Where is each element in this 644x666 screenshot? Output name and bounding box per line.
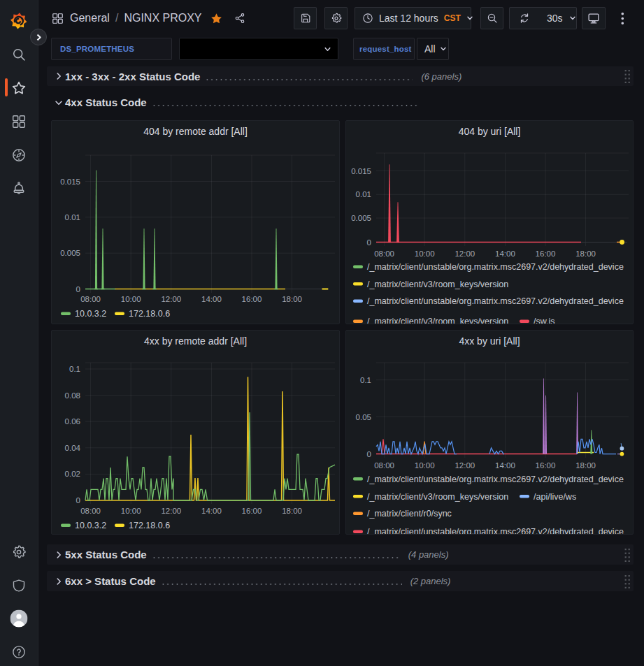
svg-text:/_matrix/client/v3/room_keys/v: /_matrix/client/v3/room_keys/version — [367, 317, 508, 324]
svg-text:12:00: 12:00 — [161, 295, 181, 303]
svg-text:10.0.3.2: 10.0.3.2 — [75, 521, 106, 530]
svg-text:14:00: 14:00 — [201, 507, 222, 515]
svg-text:10:00: 10:00 — [415, 461, 435, 470]
svg-text:08:00: 08:00 — [80, 295, 101, 303]
svg-text:/_matrix/client/unstable/org.m: /_matrix/client/unstable/org.matrix.msc2… — [367, 262, 624, 272]
svg-text:/_matrix/client/unstable/org.m: /_matrix/client/unstable/org.matrix.msc2… — [367, 296, 624, 306]
svg-text:0.05: 0.05 — [356, 413, 371, 421]
svg-text:12:00: 12:00 — [455, 249, 475, 258]
svg-text:14:00: 14:00 — [495, 461, 515, 470]
svg-text:14:00: 14:00 — [495, 249, 515, 258]
svg-text:0: 0 — [367, 238, 371, 247]
svg-text:/_matrix/client/unstable/org.m: /_matrix/client/unstable/org.matrix.msc2… — [367, 527, 624, 535]
svg-text:08:00: 08:00 — [80, 507, 101, 515]
svg-text:08:00: 08:00 — [374, 249, 394, 258]
svg-text:16:00: 16:00 — [536, 249, 556, 258]
svg-text:172.18.0.6: 172.18.0.6 — [129, 521, 170, 530]
svg-text:10.0.3.2: 10.0.3.2 — [75, 309, 106, 319]
svg-text:0.02: 0.02 — [65, 470, 80, 478]
svg-text:/_matrix/client/unstable/org.m: /_matrix/client/unstable/org.matrix.msc2… — [367, 475, 624, 484]
svg-text:0.04: 0.04 — [65, 444, 81, 452]
svg-text:18:00: 18:00 — [575, 461, 596, 470]
svg-text:10:00: 10:00 — [121, 507, 141, 515]
svg-text:16:00: 16:00 — [242, 507, 262, 515]
svg-text:0.01: 0.01 — [65, 213, 80, 222]
svg-text:/api/live/ws: /api/live/ws — [534, 492, 576, 502]
svg-text:0.005: 0.005 — [351, 214, 371, 222]
svg-text:0.01: 0.01 — [356, 190, 371, 198]
svg-text:/_matrix/client/v3/room_keys/v: /_matrix/client/v3/room_keys/version — [367, 492, 508, 502]
svg-text:/sw.js: /sw.js — [534, 317, 555, 324]
svg-text:0.06: 0.06 — [65, 417, 80, 426]
svg-text:0: 0 — [76, 285, 80, 294]
svg-text:/_matrix/client/v3/room_keys/v: /_matrix/client/v3/room_keys/version — [367, 280, 508, 289]
svg-text:14:00: 14:00 — [201, 295, 222, 303]
svg-text:12:00: 12:00 — [161, 507, 181, 515]
svg-text:0.08: 0.08 — [65, 391, 80, 400]
svg-text:18:00: 18:00 — [282, 295, 302, 303]
svg-text:0.015: 0.015 — [351, 167, 371, 175]
svg-text:16:00: 16:00 — [242, 295, 262, 303]
svg-text:0: 0 — [367, 450, 371, 458]
svg-text:12:00: 12:00 — [455, 461, 475, 470]
svg-text:0.005: 0.005 — [60, 249, 80, 257]
svg-text:/_matrix/client/r0/sync: /_matrix/client/r0/sync — [367, 509, 452, 519]
svg-text:10:00: 10:00 — [121, 295, 141, 303]
svg-text:10:00: 10:00 — [415, 249, 435, 258]
svg-text:0.1: 0.1 — [69, 365, 80, 373]
svg-text:16:00: 16:00 — [536, 461, 556, 470]
svg-text:0.1: 0.1 — [360, 376, 371, 384]
svg-text:0: 0 — [76, 496, 80, 505]
svg-text:172.18.0.6: 172.18.0.6 — [129, 309, 170, 319]
svg-text:18:00: 18:00 — [575, 249, 596, 258]
svg-text:18:00: 18:00 — [282, 507, 302, 515]
svg-text:08:00: 08:00 — [374, 461, 394, 470]
svg-text:0.015: 0.015 — [60, 178, 80, 186]
